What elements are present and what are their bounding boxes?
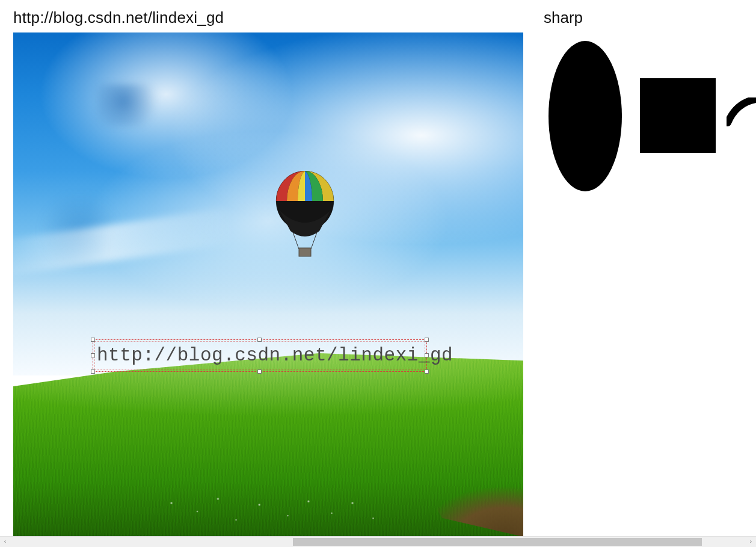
page-title: http://blog.csdn.net/lindexi_gd — [13, 8, 224, 27]
horizontal-scrollbar[interactable]: ‹ › — [0, 536, 756, 547]
shapes-panel — [544, 32, 756, 537]
hot-air-balloon-icon — [275, 171, 335, 279]
sky-cloud — [97, 84, 164, 126]
scroll-right-button[interactable]: › — [746, 537, 756, 547]
resize-handle-left[interactable] — [91, 353, 95, 357]
resize-handle-top[interactable] — [257, 338, 262, 342]
ellipse-shape[interactable] — [549, 41, 622, 191]
curve-shape[interactable] — [727, 97, 756, 146]
scrollbar-track[interactable] — [10, 537, 746, 547]
scrollbar-thumb[interactable] — [293, 538, 702, 546]
watermark-textbox[interactable]: http://blog.csdn.net/lindexi_gd — [93, 339, 427, 372]
shapes-panel-title: sharp — [544, 8, 583, 27]
resize-handle-top-right[interactable] — [425, 338, 429, 342]
watermark-text[interactable]: http://blog.csdn.net/lindexi_gd — [97, 341, 423, 371]
resize-handle-bottom[interactable] — [257, 369, 262, 374]
image-canvas[interactable]: http://blog.csdn.net/lindexi_gd — [13, 32, 523, 537]
rectangle-shape[interactable] — [640, 78, 716, 153]
resize-handle-bottom-left[interactable] — [91, 369, 95, 374]
scroll-left-button[interactable]: ‹ — [0, 537, 10, 547]
flowers — [146, 453, 404, 537]
resize-handle-right[interactable] — [425, 353, 429, 357]
resize-handle-bottom-right[interactable] — [425, 369, 429, 374]
resize-handle-top-left[interactable] — [91, 338, 95, 342]
svg-rect-4 — [299, 248, 311, 256]
